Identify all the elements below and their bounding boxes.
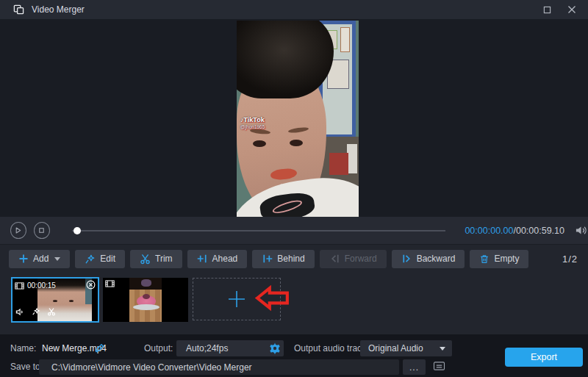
- output-panel: Name: New Merge.mp4 Output: Auto;24fps O…: [0, 334, 588, 377]
- preview-area: ♪TikTok @jhon1965: [0, 19, 588, 217]
- edit-button[interactable]: Edit: [75, 250, 125, 268]
- clip1-duration: 00:00:15: [27, 281, 56, 290]
- output-format-field[interactable]: Auto;24fps: [176, 340, 284, 356]
- save-path-field[interactable]: C:\Vidmore\Vidmore Video Converter\Video…: [39, 359, 399, 375]
- backward-button[interactable]: Backward: [392, 250, 465, 268]
- current-time: 00:00:00.00: [465, 226, 513, 236]
- window-controls: [538, 2, 581, 17]
- play-button[interactable]: [10, 222, 26, 239]
- trim-button[interactable]: Trim: [130, 250, 182, 268]
- scissors-icon: [140, 254, 151, 265]
- ahead-button[interactable]: Ahead: [187, 250, 248, 268]
- browse-button[interactable]: ...: [403, 359, 426, 375]
- clip1-trim-icon[interactable]: [47, 306, 56, 319]
- seek-track[interactable]: [72, 230, 446, 231]
- film-icon: [15, 282, 24, 290]
- tiktok-watermark: ♪TikTok @jhon1965: [240, 116, 265, 130]
- output-label: Output:: [144, 343, 173, 353]
- open-folder-icon[interactable]: [433, 361, 445, 371]
- clip1-audio-icon[interactable]: [15, 306, 25, 319]
- dropdown-caret-icon: [440, 347, 445, 351]
- audio-track-dropdown[interactable]: Original Audio: [360, 340, 452, 356]
- plus-icon: [18, 254, 29, 264]
- trash-icon: [479, 254, 490, 265]
- video-merger-window: Video Merger: [0, 0, 588, 377]
- clip-strip: 00:00:15: [0, 272, 588, 334]
- name-label: Name:: [10, 343, 36, 353]
- output-settings-gear-icon[interactable]: [268, 342, 282, 355]
- rename-pencil-icon[interactable]: [94, 343, 104, 353]
- move-forward-icon: [329, 254, 340, 264]
- video-preview: ♪TikTok @jhon1965: [237, 21, 359, 217]
- total-time: /00:00:59.10: [513, 226, 564, 236]
- annotation-arrow-icon: [255, 284, 290, 312]
- time-display: 00:00:00.00/00:00:59.10: [465, 226, 564, 236]
- seek-thumb[interactable]: [74, 227, 81, 234]
- clip1-remove-icon[interactable]: [86, 280, 96, 290]
- close-icon[interactable]: [563, 2, 581, 17]
- clip-toolbar: Add Edit Trim Ahead Behind Forward Backw…: [0, 245, 588, 272]
- clip-thumbnail-2[interactable]: [103, 278, 188, 322]
- page-indicator: 1/2: [562, 254, 578, 265]
- app-logo-icon: [13, 4, 24, 15]
- add-button[interactable]: Add: [9, 250, 70, 268]
- film-icon: [105, 280, 115, 287]
- move-backward-icon: [401, 254, 412, 264]
- clip-thumbnail-1[interactable]: 00:00:15: [11, 277, 99, 323]
- empty-button[interactable]: Empty: [470, 250, 528, 268]
- title-bar: Video Merger: [0, 0, 588, 19]
- insert-behind-icon: [262, 254, 273, 264]
- magic-wand-icon: [85, 254, 96, 265]
- clip1-edit-icon[interactable]: [32, 306, 40, 319]
- plus-icon: [226, 289, 247, 309]
- seek-slider[interactable]: [72, 226, 446, 236]
- export-button[interactable]: Export: [505, 348, 583, 367]
- forward-button: Forward: [320, 250, 387, 268]
- window-title: Video Merger: [32, 4, 85, 15]
- save-to-label: Save to:: [10, 362, 43, 372]
- insert-ahead-icon: [197, 254, 208, 264]
- playback-bar: 00:00:00.00/00:00:59.10: [0, 217, 588, 245]
- maximize-icon[interactable]: [538, 2, 556, 17]
- stop-button[interactable]: [34, 222, 50, 239]
- add-dropdown-caret: [54, 257, 60, 261]
- behind-button[interactable]: Behind: [252, 250, 314, 268]
- volume-icon[interactable]: [575, 225, 588, 236]
- audio-track-label: Output audio track:: [294, 343, 368, 353]
